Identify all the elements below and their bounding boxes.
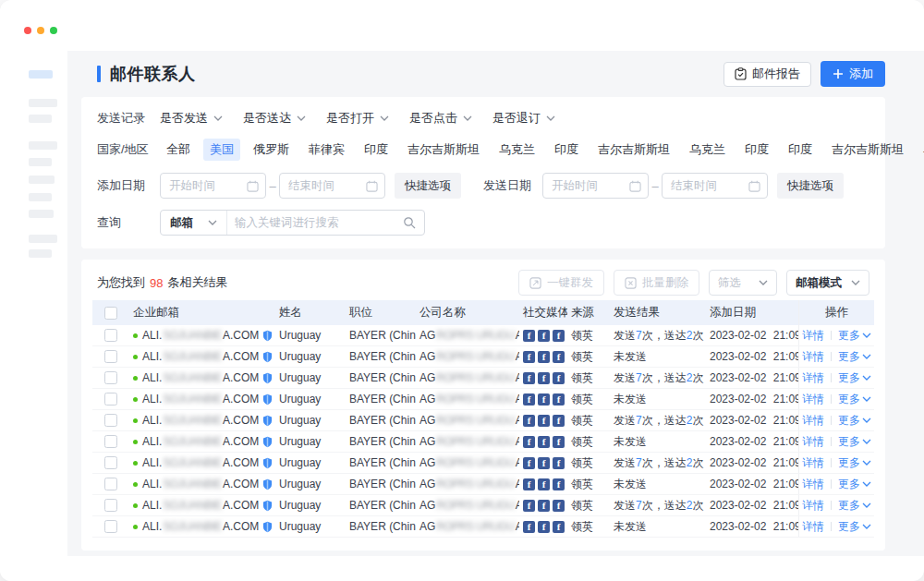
facebook-icon[interactable]: f bbox=[538, 393, 550, 405]
start-date-input[interactable] bbox=[169, 179, 243, 192]
start-date-field[interactable] bbox=[160, 173, 266, 199]
end-date-field[interactable] bbox=[279, 173, 385, 199]
detail-link[interactable]: 详情 bbox=[802, 498, 824, 514]
detail-link[interactable]: 详情 bbox=[802, 328, 824, 344]
more-link[interactable]: 更多 bbox=[838, 519, 871, 535]
country-chip[interactable]: 乌克兰 bbox=[683, 139, 732, 161]
more-link[interactable]: 更多 bbox=[838, 455, 871, 471]
facebook-icon[interactable]: f bbox=[538, 457, 550, 469]
more-link[interactable]: 更多 bbox=[838, 328, 871, 344]
select-all-checkbox[interactable] bbox=[104, 307, 117, 320]
row-checkbox[interactable] bbox=[104, 393, 117, 405]
facebook-icon[interactable]: f bbox=[523, 351, 535, 363]
country-chip[interactable]: 乌克兰 bbox=[492, 139, 541, 161]
facebook-icon[interactable]: f bbox=[538, 330, 550, 342]
country-chip[interactable]: 俄罗斯 bbox=[247, 139, 296, 161]
facebook-icon[interactable]: f bbox=[553, 330, 565, 342]
facebook-icon[interactable]: f bbox=[538, 351, 550, 363]
facebook-icon[interactable]: f bbox=[523, 330, 535, 342]
facebook-icon[interactable]: f bbox=[538, 372, 550, 384]
facebook-icon[interactable]: f bbox=[523, 436, 535, 448]
facebook-icon[interactable]: f bbox=[553, 500, 565, 512]
more-link[interactable]: 更多 bbox=[838, 498, 871, 514]
quick-options-button[interactable]: 快捷选项 bbox=[395, 173, 461, 199]
detail-link[interactable]: 详情 bbox=[802, 349, 824, 365]
facebook-icon[interactable]: f bbox=[523, 393, 535, 405]
start-date-field[interactable] bbox=[542, 173, 649, 199]
country-chip[interactable]: 菲律宾 bbox=[302, 139, 351, 161]
country-chip[interactable]: 印度 bbox=[548, 139, 585, 161]
send-filter-dropdown[interactable]: 是否点击 bbox=[409, 110, 472, 127]
more-link[interactable]: 更多 bbox=[838, 349, 871, 365]
country-chip[interactable]: 全部 bbox=[160, 139, 197, 161]
facebook-icon[interactable]: f bbox=[553, 478, 565, 490]
facebook-icon[interactable]: f bbox=[553, 436, 565, 448]
facebook-icon[interactable]: f bbox=[553, 415, 565, 427]
search-input[interactable] bbox=[227, 216, 399, 229]
zoom-button[interactable] bbox=[50, 27, 57, 34]
facebook-icon[interactable]: f bbox=[553, 393, 565, 405]
row-checkbox[interactable] bbox=[104, 520, 117, 533]
facebook-icon[interactable]: f bbox=[553, 521, 565, 533]
country-chip[interactable]: 印度 bbox=[782, 139, 819, 161]
facebook-icon[interactable]: f bbox=[538, 436, 550, 448]
country-chip[interactable]: 美国 bbox=[203, 139, 240, 161]
bulk-send-button[interactable]: 一键群发 bbox=[518, 270, 604, 296]
detail-link[interactable]: 详情 bbox=[802, 370, 824, 386]
more-link[interactable]: 更多 bbox=[838, 413, 871, 429]
facebook-icon[interactable]: f bbox=[538, 500, 550, 512]
bulk-delete-button[interactable]: 批量删除 bbox=[614, 270, 699, 296]
end-date-field[interactable] bbox=[662, 173, 768, 199]
quick-options-button[interactable]: 快捷选项 bbox=[777, 173, 844, 199]
more-link[interactable]: 更多 bbox=[838, 392, 871, 407]
row-checkbox[interactable] bbox=[104, 414, 117, 427]
query-type-select[interactable]: 邮箱 bbox=[161, 211, 227, 235]
detail-link[interactable]: 详情 bbox=[802, 477, 824, 492]
facebook-icon[interactable]: f bbox=[538, 478, 550, 490]
detail-link[interactable]: 详情 bbox=[802, 392, 824, 407]
add-button[interactable]: 添加 bbox=[821, 61, 885, 87]
facebook-icon[interactable]: f bbox=[523, 500, 535, 512]
country-chip[interactable]: 吉尔吉斯斯坦 bbox=[825, 139, 910, 161]
facebook-icon[interactable]: f bbox=[523, 478, 535, 490]
send-filter-dropdown[interactable]: 是否送达 bbox=[243, 110, 306, 127]
send-filter-dropdown[interactable]: 是否打开 bbox=[326, 110, 389, 127]
facebook-icon[interactable]: f bbox=[538, 415, 550, 427]
search-icon[interactable] bbox=[399, 216, 424, 229]
facebook-icon[interactable]: f bbox=[523, 457, 535, 469]
facebook-icon[interactable]: f bbox=[523, 415, 535, 427]
row-checkbox[interactable] bbox=[104, 499, 117, 512]
mailbox-mode-select[interactable]: 邮箱模式 bbox=[786, 270, 869, 296]
facebook-icon[interactable]: f bbox=[523, 372, 535, 384]
filter-select[interactable]: 筛选 bbox=[709, 270, 777, 296]
more-link[interactable]: 更多 bbox=[838, 434, 871, 450]
detail-link[interactable]: 详情 bbox=[802, 413, 824, 429]
country-chip[interactable]: 乌克兰 bbox=[917, 139, 924, 161]
row-checkbox[interactable] bbox=[104, 435, 117, 448]
start-date-input[interactable] bbox=[552, 179, 626, 192]
close-button[interactable] bbox=[24, 27, 31, 34]
facebook-icon[interactable]: f bbox=[523, 521, 535, 533]
mail-report-button[interactable]: 邮件报告 bbox=[723, 62, 811, 87]
country-chip[interactable]: 印度 bbox=[358, 139, 395, 161]
row-checkbox[interactable] bbox=[104, 478, 117, 490]
detail-link[interactable]: 详情 bbox=[802, 519, 824, 535]
facebook-icon[interactable]: f bbox=[553, 457, 565, 469]
row-checkbox[interactable] bbox=[104, 456, 117, 469]
end-date-input[interactable] bbox=[288, 179, 362, 192]
more-link[interactable]: 更多 bbox=[838, 477, 871, 492]
detail-link[interactable]: 详情 bbox=[802, 455, 824, 471]
minimize-button[interactable] bbox=[37, 27, 44, 34]
country-chip[interactable]: 印度 bbox=[738, 139, 775, 161]
row-checkbox[interactable] bbox=[104, 371, 117, 384]
send-filter-dropdown[interactable]: 是否退订 bbox=[492, 110, 555, 127]
facebook-icon[interactable]: f bbox=[553, 351, 565, 363]
facebook-icon[interactable]: f bbox=[538, 521, 550, 533]
send-filter-dropdown[interactable]: 是否发送 bbox=[160, 110, 223, 127]
country-chip[interactable]: 吉尔吉斯斯坦 bbox=[591, 139, 676, 161]
row-checkbox[interactable] bbox=[104, 350, 117, 363]
country-chip[interactable]: 吉尔吉斯斯坦 bbox=[401, 139, 486, 161]
end-date-input[interactable] bbox=[671, 179, 745, 192]
more-link[interactable]: 更多 bbox=[838, 370, 871, 386]
facebook-icon[interactable]: f bbox=[553, 372, 565, 384]
